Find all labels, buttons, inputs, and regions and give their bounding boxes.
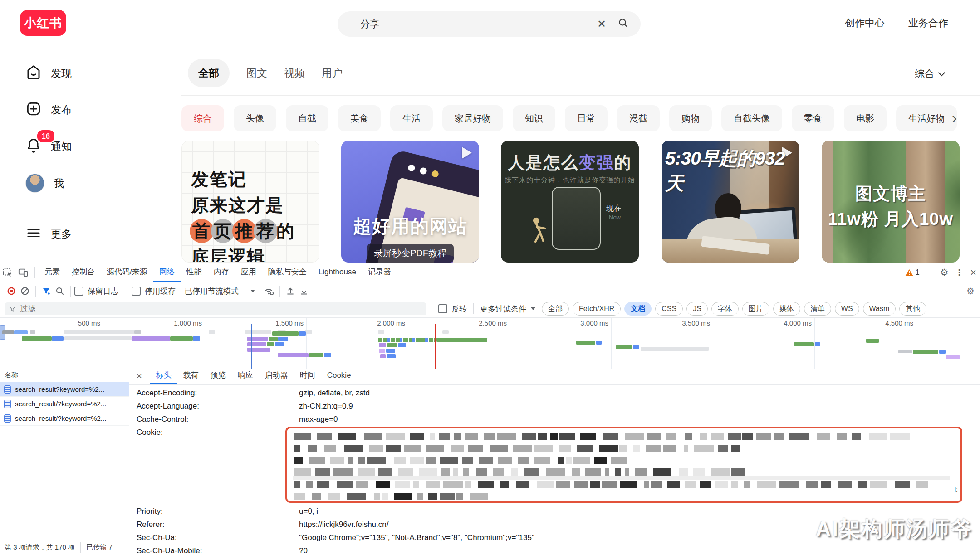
import-har-icon[interactable]: [284, 284, 297, 298]
details-tab-2[interactable]: 预览: [205, 368, 232, 384]
export-har-icon[interactable]: [297, 284, 311, 298]
device-toolbar-icon[interactable]: [15, 263, 31, 282]
category-chip-6[interactable]: 知识: [513, 105, 555, 131]
sidebar-item-publish[interactable]: 发布: [25, 101, 72, 119]
details-tab-1[interactable]: 载荷: [177, 368, 205, 384]
network-settings-gear-icon[interactable]: ⚙: [966, 286, 975, 297]
type-chip-2[interactable]: 文档: [624, 302, 652, 316]
close-details-icon[interactable]: ×: [134, 371, 145, 381]
sidebar-item-discover[interactable]: 发现: [25, 64, 72, 83]
details-tab-0[interactable]: 标头: [150, 368, 177, 384]
details-tab-5[interactable]: 时间: [294, 368, 321, 384]
type-chip-8[interactable]: 清单: [804, 302, 831, 316]
dropdown-arrow-icon[interactable]: [531, 307, 535, 310]
image-card-3[interactable]: 人是怎么变强的 接下来的十分钟，也许就是你变强的开始 现在 Now 一周后 On…: [501, 141, 639, 263]
category-chip-5[interactable]: 家居好物: [442, 105, 503, 131]
devtools-tab-4[interactable]: 性能: [181, 263, 208, 282]
video-card-4[interactable]: 5:30早起的932天: [662, 141, 799, 263]
chips-more-icon[interactable]: ›: [952, 109, 957, 127]
type-chip-11[interactable]: 其他: [899, 302, 926, 316]
invert-checkbox[interactable]: [438, 304, 447, 313]
disable-cache-checkbox[interactable]: [132, 287, 141, 296]
settings-gear-icon[interactable]: ⚙: [940, 267, 949, 278]
throttling-dropdown[interactable]: 已停用节流模式: [185, 286, 239, 297]
name-column-header[interactable]: 名称: [0, 368, 129, 382]
category-chip-1[interactable]: 头像: [234, 105, 276, 131]
category-chip-7[interactable]: 日常: [565, 105, 608, 131]
type-chip-9[interactable]: WS: [835, 302, 859, 316]
result-tab-3[interactable]: 用户: [322, 66, 343, 80]
devtools-tab-3[interactable]: 网络: [153, 263, 181, 282]
search-bar[interactable]: ✕: [338, 11, 641, 37]
category-chip-4[interactable]: 生活: [390, 105, 433, 131]
request-row-2[interactable]: search_result/?keyword=%2...: [0, 411, 129, 426]
devtools-tab-1[interactable]: 控制台: [66, 263, 101, 282]
search-input[interactable]: [359, 18, 597, 30]
image-card-5[interactable]: 图文博主 11w粉 月入10w: [822, 141, 960, 263]
category-chip-13[interactable]: 生活好物: [896, 105, 957, 131]
result-tab-1[interactable]: 图文: [246, 66, 267, 80]
type-chip-1[interactable]: Fetch/XHR: [573, 302, 621, 316]
warning-indicator[interactable]: 1: [905, 268, 920, 277]
sort-dropdown[interactable]: 综合: [915, 67, 944, 81]
preserve-log-label[interactable]: 保留日志: [88, 286, 118, 297]
sidebar-item-me[interactable]: 我: [25, 174, 64, 193]
details-tab-4[interactable]: 启动器: [259, 368, 294, 384]
devtools-tab-2[interactable]: 源代码/来源: [101, 263, 153, 282]
kebab-menu-icon[interactable]: ⋮: [955, 267, 964, 278]
record-icon[interactable]: [5, 284, 18, 298]
request-row-1[interactable]: search_result/?keyword=%2...: [0, 397, 129, 411]
note-card-1[interactable]: 发笔记原来这才是首页推荐的底层逻辑: [181, 141, 319, 263]
category-chip-8[interactable]: 漫截: [617, 105, 660, 131]
network-overview-timeline[interactable]: 500 ms1,000 ms1,500 ms2,000 ms2,500 ms3,…: [0, 318, 980, 369]
category-chip-0[interactable]: 综合: [181, 105, 224, 131]
clear-icon[interactable]: [18, 284, 32, 298]
devtools-tab-8[interactable]: Lighthouse: [313, 263, 362, 282]
xiaohongshu-logo[interactable]: 小红书: [20, 10, 66, 36]
sidebar-item-notifications[interactable]: 16 通知: [25, 137, 72, 156]
type-chip-6[interactable]: 图片: [742, 302, 769, 316]
details-tab-3[interactable]: 响应: [232, 368, 259, 384]
search-network-icon[interactable]: [53, 284, 67, 298]
close-devtools-icon[interactable]: ×: [970, 267, 976, 279]
filter-funnel-icon[interactable]: [39, 284, 53, 298]
invert-label[interactable]: 反转: [451, 304, 467, 314]
business-link[interactable]: 业务合作: [908, 16, 948, 30]
type-chip-4[interactable]: JS: [686, 302, 708, 316]
clear-search-icon[interactable]: ✕: [597, 18, 606, 30]
disable-cache-label[interactable]: 停用缓存: [145, 286, 176, 297]
card-title: 超好用的网站: [341, 214, 479, 239]
more-filters-dropdown[interactable]: 更多过滤条件: [480, 304, 526, 314]
type-chip-0[interactable]: 全部: [542, 302, 569, 316]
request-row-0[interactable]: search_result?keyword=%2...: [0, 382, 129, 397]
preserve-log-checkbox[interactable]: [74, 287, 83, 296]
sidebar-item-more[interactable]: 更多: [25, 225, 72, 243]
details-tab-6[interactable]: Cookie: [321, 368, 357, 384]
result-tab-0[interactable]: 全部: [188, 59, 230, 87]
search-icon[interactable]: [618, 18, 629, 30]
category-chip-10[interactable]: 自截头像: [721, 105, 782, 131]
devtools-tab-5[interactable]: 内存: [208, 263, 235, 282]
creator-center-link[interactable]: 创作中心: [845, 16, 885, 30]
type-chip-10[interactable]: Wasm: [863, 302, 896, 316]
video-card-2[interactable]: 超好用的网站 录屏秒变PDF教程: [341, 141, 479, 263]
network-conditions-icon[interactable]: [262, 284, 276, 298]
filter-text-input[interactable]: [20, 304, 422, 314]
filter-input[interactable]: [5, 302, 426, 315]
devtools-tab-7[interactable]: 隐私与安全: [262, 263, 313, 282]
category-chip-11[interactable]: 零食: [792, 105, 834, 131]
category-chip-3[interactable]: 美食: [338, 105, 381, 131]
type-chip-7[interactable]: 媒体: [773, 302, 800, 316]
document-icon: [4, 414, 11, 423]
devtools-tab-6[interactable]: 应用: [235, 263, 262, 282]
result-tab-2[interactable]: 视频: [284, 66, 305, 80]
dropdown-arrow-icon[interactable]: [250, 290, 255, 292]
devtools-tab-9[interactable]: 记录器: [362, 263, 397, 282]
type-chip-3[interactable]: CSS: [655, 302, 683, 316]
inspect-icon[interactable]: [0, 263, 15, 282]
type-chip-5[interactable]: 字体: [711, 302, 739, 316]
category-chip-9[interactable]: 购物: [669, 105, 712, 131]
devtools-tab-0[interactable]: 元素: [39, 263, 66, 282]
category-chip-2[interactable]: 自截: [286, 105, 328, 131]
category-chip-12[interactable]: 电影: [844, 105, 887, 131]
